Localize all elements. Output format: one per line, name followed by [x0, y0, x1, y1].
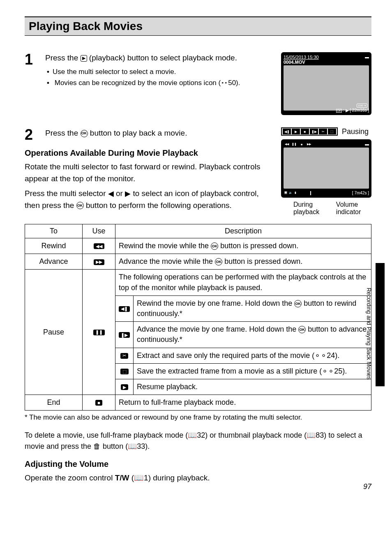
scissors-icon: ✂ [120, 353, 128, 359]
step-1-text-b: (playback) button to select playback mod… [89, 53, 237, 62]
resume-play-icon: ▶ [121, 384, 128, 390]
section-heading: Playing Back Movies [25, 16, 371, 36]
toolbar-scissors-icon: ✂ [319, 129, 327, 134]
step-2-number: 2 [25, 127, 37, 142]
ok-icon: OK [211, 242, 218, 250]
pausing-label: Pausing [342, 127, 369, 136]
book-ref-icon: 📖 [128, 442, 137, 450]
pause-toolbar: ◀❚ ▶ ■ ❚▶ ✂ ⬚ [281, 127, 338, 136]
lcd-screen-2: ◀◀ ❚❚ ■ ▶▶ ▬ 🔲🔈▮ [ 7m42s ] [281, 139, 371, 198]
battery-icon-2: ▬ [365, 142, 369, 146]
ok-button-icon: OK [81, 130, 88, 137]
book-ref-icon: 📖 [134, 473, 144, 482]
lcd-screen-1: 15/05/2013 15:30 0004.MOV ▬ 1080 ★ OK : … [281, 52, 371, 115]
operations-para-2: Press the multi selector ◀ or ▶ to selec… [25, 188, 273, 211]
table-row-rewind: Rewind ◀◀ Rewind the movie while the OK … [25, 238, 371, 254]
step-2-row: 2 Press the OK button to play back a mov… [25, 127, 371, 216]
left-arrow-icon: ◀ [108, 189, 114, 198]
table-row-pause-intro: Pause ❚❚ The following operations can be… [25, 270, 371, 295]
saveframe-icon: ⬚ [120, 369, 129, 374]
cross-ref-icon: ⚬⚬ [221, 80, 228, 87]
toolbar-frameback-icon: ◀❚ [283, 129, 291, 134]
step-1: 1 Press the ▶ (playback) button to selec… [25, 52, 371, 115]
playback-icon: ▶ [81, 55, 87, 62]
table-row-advance: Advance ▶▶ Advance the movie while the O… [25, 254, 371, 270]
playback-toolbar: ◀◀ ❚❚ ■ ▶▶ [284, 142, 312, 147]
trash-icon: 🗑 [93, 442, 101, 450]
screen-date: 15/05/2013 15:30 [284, 55, 319, 60]
step-1-bullet-2: Movies can be recognized by the movie op… [53, 78, 273, 88]
ok-icon: OK [215, 258, 222, 265]
step-1-screen: 15/05/2013 15:30 0004.MOV ▬ 1080 ★ OK : … [281, 52, 371, 115]
pause-icon: ❚❚ [93, 330, 105, 335]
step-1-number: 1 [25, 52, 37, 115]
volume-heading: Adjusting the Volume [25, 459, 371, 469]
pause-callout-column: ◀❚ ▶ ■ ❚▶ ✂ ⬚ Pausing ◀◀ ❚❚ ■ ▶▶ ▬ [281, 127, 371, 216]
operations-para-1: Rotate the multi selector to fast forwar… [25, 161, 273, 185]
frameback-icon: ◀❚ [119, 306, 130, 312]
table-header-use: Use [83, 224, 115, 238]
chapter-tab [376, 263, 385, 386]
right-arrow-icon: ▶ [125, 189, 131, 198]
chapter-label: Recording and Playing Back Movies [366, 288, 372, 380]
step-1-bullet-1: Use the multi selector to select a movie… [53, 67, 273, 77]
operations-heading: Operations Available During Movie Playba… [25, 148, 273, 158]
step-1-bullets: Use the multi selector to select a movie… [45, 67, 273, 88]
cross-ref-icon: ⚬⚬ [322, 367, 334, 375]
volume-indicator-label: Volume indicator [336, 201, 367, 216]
footnote: * The movie can also be advanced or rewo… [25, 412, 371, 423]
battery-icon: ▬ [365, 55, 369, 59]
rewind-icon: ◀◀ [94, 243, 104, 249]
ok-icon: OK [298, 326, 306, 333]
cross-ref-icon: ⚬⚬ [314, 351, 327, 360]
toolbar-stop-icon: ■ [301, 129, 309, 134]
framefwd-icon: ❚▶ [119, 332, 130, 338]
hd-icon: 1080 ★ [357, 104, 367, 108]
section-heading-text: Playing Back Movies [29, 20, 367, 33]
step-1-text-a: Press the [45, 53, 81, 62]
operations-table: To Use Description Rewind ◀◀ Rewind the … [25, 224, 371, 411]
toolbar-play-icon: ▶ [292, 129, 300, 134]
table-header-desc: Description [115, 224, 371, 238]
toolbar-saveframe-icon: ⬚ [328, 129, 336, 134]
book-ref-icon: 📖 [188, 431, 197, 439]
page-number: 97 [363, 482, 371, 491]
delete-instruction: To delete a movie, use full-frame playba… [25, 430, 371, 452]
table-row-end: End ■ Return to full-frame playback mode… [25, 395, 371, 411]
ok-icon: OK [294, 300, 302, 307]
step-2-body: Press the OK button to play back a movie… [45, 127, 273, 142]
book-ref-icon: 📖 [307, 431, 316, 439]
toolbar-framefwd-icon: ❚▶ [310, 129, 318, 134]
table-header-to: To [25, 224, 83, 238]
ok-button-icon-2: OK [76, 202, 84, 209]
during-playback-label: During playback [293, 201, 324, 216]
fastfwd-icon: ▶▶ [94, 259, 104, 265]
stop-icon: ■ [95, 400, 102, 406]
volume-instruction: Operate the zoom control T/W (📖1) during… [25, 472, 371, 484]
step-1-body: Press the ▶ (playback) button to select … [45, 52, 273, 115]
screen-file: 0004.MOV [284, 60, 319, 65]
